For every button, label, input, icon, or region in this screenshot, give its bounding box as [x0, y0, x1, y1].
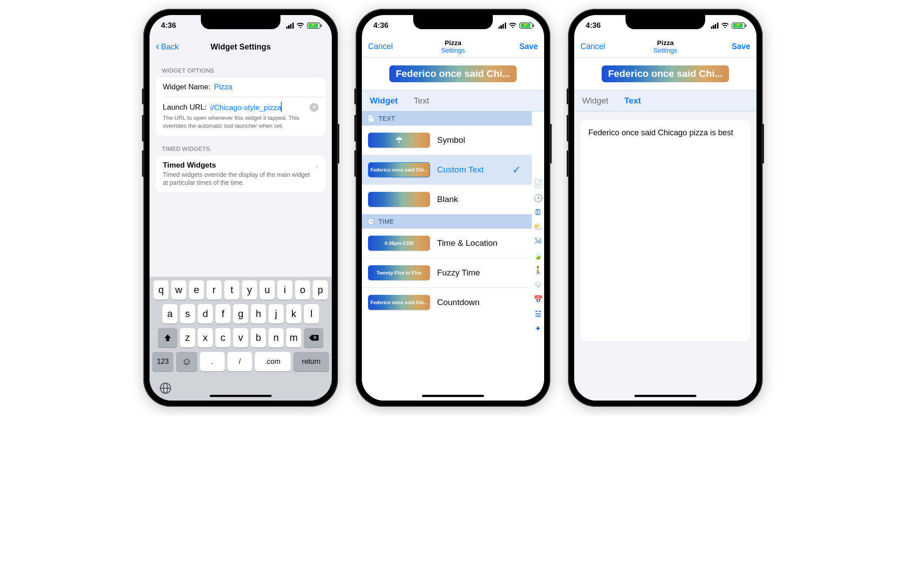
option-symbol[interactable]: ☂ Symbol — [362, 126, 532, 155]
key-t[interactable]: t — [224, 280, 239, 300]
tab-text[interactable]: Text — [406, 91, 437, 111]
key-o[interactable]: o — [295, 280, 310, 300]
timed-widgets-card[interactable]: Timed Widgets Timed widgets override the… — [156, 156, 326, 192]
key-w[interactable]: w — [171, 280, 186, 300]
key-emoji[interactable]: ☺ — [176, 352, 197, 371]
key-backspace[interactable] — [304, 328, 323, 347]
widget-name-label: Widget Name: — [163, 83, 211, 92]
tab-widget[interactable]: Widget — [362, 91, 406, 111]
blank-thumb — [368, 192, 430, 207]
option-countdown[interactable]: Federico once said Chi... Countdown — [362, 288, 532, 317]
timed-widgets-subtitle: Timed widgets override the display of th… — [163, 171, 312, 187]
blank-label: Blank — [437, 195, 526, 204]
key-q[interactable]: q — [154, 280, 169, 300]
index-clock-icon[interactable]: 🕒 — [534, 194, 543, 203]
key-r[interactable]: r — [207, 280, 222, 300]
key-k[interactable]: k — [286, 304, 301, 324]
option-time-location[interactable]: 4:36pm COR Time & Location — [362, 229, 532, 258]
tab-widget[interactable]: Widget — [574, 91, 616, 111]
key-return[interactable]: return — [293, 352, 329, 371]
save-button[interactable]: Save — [503, 42, 538, 51]
index-weather-icon[interactable]: ⛅ — [534, 222, 543, 232]
widget-name-input[interactable]: Pizza — [214, 83, 319, 92]
notch — [413, 15, 493, 29]
back-button[interactable]: ‹ Back — [156, 42, 191, 53]
key-l[interactable]: l — [304, 304, 319, 324]
key-x[interactable]: x — [198, 328, 213, 347]
key-slash[interactable]: / — [227, 352, 252, 371]
custom-text-label: Custom Text — [437, 165, 505, 175]
index-text-icon[interactable]: 📄 — [534, 179, 543, 188]
key-c[interactable]: c — [215, 328, 230, 347]
key-v[interactable]: v — [233, 328, 248, 347]
key-p[interactable]: p — [313, 280, 328, 300]
fuzzy-time-label: Fuzzy Time — [437, 268, 526, 278]
index-heart-icon[interactable]: ♡ — [535, 280, 541, 290]
preview-text: Federico once said Chi... — [389, 65, 516, 82]
key-z[interactable]: z — [180, 328, 195, 347]
home-indicator — [210, 395, 272, 397]
chevron-left-icon: ‹ — [156, 40, 159, 53]
key-a[interactable]: a — [162, 304, 177, 324]
index-list-icon[interactable]: ☱ — [535, 309, 541, 319]
launch-url-input[interactable]: i/Chicago-style_pizza — [210, 102, 306, 112]
cancel-button[interactable]: Cancel — [580, 42, 616, 51]
key-m[interactable]: m — [286, 328, 301, 347]
index-walk-icon[interactable]: 🚶 — [534, 266, 543, 275]
cell-signal-icon — [711, 23, 718, 29]
key-shift[interactable] — [158, 328, 177, 347]
key-h[interactable]: h — [251, 304, 266, 324]
key-n[interactable]: n — [269, 328, 284, 347]
tab-text[interactable]: Text — [616, 91, 649, 111]
option-blank[interactable]: Blank — [362, 185, 532, 214]
key-dot[interactable]: . — [200, 352, 225, 371]
index-leaf-icon[interactable]: 🍃 — [534, 251, 543, 260]
countdown-label: Countdown — [437, 298, 526, 307]
key-com[interactable]: .com — [255, 352, 291, 371]
notch — [626, 15, 705, 29]
text-section-icon: 📄 — [367, 115, 375, 122]
key-f[interactable]: f — [215, 304, 230, 324]
index-grid-icon[interactable]: 📅 — [534, 295, 543, 304]
key-b[interactable]: b — [251, 328, 266, 347]
key-g[interactable]: g — [233, 304, 248, 324]
key-s[interactable]: s — [180, 304, 195, 324]
category-index-rail[interactable]: 📄 🕒 🗓 ⛅ 🌬 🍃 🚶 ♡ 📅 ☱ ✦ — [532, 111, 544, 401]
launch-url-row[interactable]: Launch URL: i/Chicago-style_pizza ✕ — [156, 97, 326, 114]
key-u[interactable]: u — [260, 280, 275, 300]
index-wind-icon[interactable]: 🌬 — [534, 237, 542, 246]
key-e[interactable]: e — [189, 280, 204, 300]
kb-row-2: a s d f g h j k l — [151, 304, 330, 324]
key-i[interactable]: i — [277, 280, 292, 300]
time-location-label: Time & Location — [437, 238, 526, 248]
key-123[interactable]: 123 — [152, 352, 173, 371]
custom-text-thumb: Federico once said Chi... — [368, 162, 430, 177]
cancel-button[interactable]: Cancel — [368, 42, 403, 51]
symbol-thumb: ☂ — [368, 133, 430, 148]
battery-icon — [307, 23, 320, 29]
timed-widgets-title: Timed Widgets — [163, 161, 312, 170]
custom-text-input[interactable]: Federico once said Chicago pizza is best — [580, 120, 750, 341]
key-y[interactable]: y — [242, 280, 257, 300]
index-calendar-icon[interactable]: 🗓 — [534, 208, 542, 217]
status-time: 4:36 — [586, 21, 601, 30]
battery-icon — [519, 23, 533, 29]
key-j[interactable]: j — [269, 304, 284, 324]
key-d[interactable]: d — [198, 304, 213, 324]
kb-row-1: q w e r t y u i o p — [151, 280, 330, 300]
option-fuzzy-time[interactable]: Twenty-Five to Five Fuzzy Time — [362, 258, 532, 288]
clear-text-icon[interactable]: ✕ — [310, 103, 319, 112]
save-button[interactable]: Save — [715, 42, 750, 51]
index-sparkle-icon[interactable]: ✦ — [535, 324, 541, 333]
preview-text: Federico once said Chi... — [602, 65, 729, 82]
widget-options-card: Widget Name: Pizza Launch URL: i/Chicago… — [156, 77, 326, 136]
globe-icon[interactable] — [159, 382, 172, 394]
nav-subtitle[interactable]: Settings — [403, 47, 503, 54]
nav-subtitle[interactable]: Settings — [616, 47, 715, 54]
nav-bar: Cancel Pizza Settings Save — [574, 36, 756, 57]
clock-section-icon: 🕒 — [367, 218, 375, 225]
widget-name-row[interactable]: Widget Name: Pizza — [156, 77, 326, 97]
keyboard[interactable]: q w e r t y u i o p a s d f g h — [150, 277, 332, 401]
option-custom-text[interactable]: Federico once said Chi... Custom Text ✓ — [362, 155, 532, 185]
nav-bar: Cancel Pizza Settings Save — [362, 36, 544, 57]
